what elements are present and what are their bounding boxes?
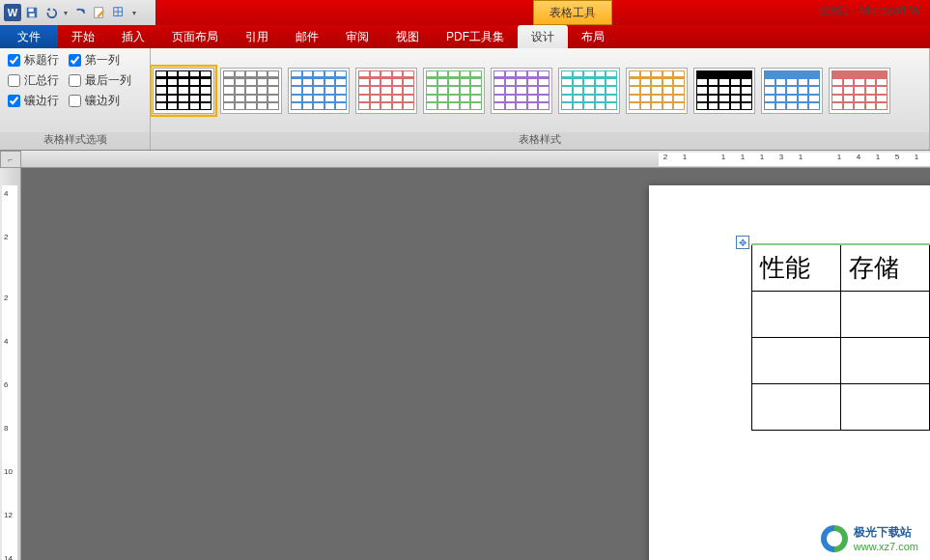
document-title: 文档1 - Microsoft W — [819, 3, 920, 19]
horizontal-ruler[interactable]: 211113114151 — [21, 151, 930, 168]
check-镶边列[interactable]: 镶边列 — [69, 93, 131, 109]
word-app-icon[interactable]: W — [4, 4, 21, 21]
table-cell[interactable] — [752, 383, 841, 430]
table-move-handle-icon[interactable] — [736, 236, 749, 249]
check-最后一列[interactable]: 最后一列 — [69, 72, 131, 89]
table-paint-icon[interactable] — [110, 4, 127, 21]
ruler-corner[interactable]: ⌐ — [0, 151, 21, 168]
table-cell[interactable] — [752, 337, 841, 383]
checkbox-label: 汇总行 — [24, 72, 59, 89]
ribbon: 标题行第一列汇总行最后一列镶边行镶边列 表格样式选项 表格样式 — [0, 48, 930, 151]
edit-icon[interactable] — [91, 4, 108, 21]
group-table-style-options: 标题行第一列汇总行最后一列镶边行镶边列 表格样式选项 — [0, 48, 151, 150]
table-row[interactable] — [752, 337, 930, 383]
group-label-table-styles: 表格样式 — [151, 132, 929, 150]
tab-视图[interactable]: 视图 — [382, 25, 433, 48]
quick-access-toolbar: W ▾ ▾ — [0, 0, 143, 25]
group-table-styles: 表格样式 — [151, 48, 930, 150]
tab-审阅[interactable]: 审阅 — [332, 25, 382, 48]
checkbox-input[interactable] — [8, 54, 20, 67]
table-row[interactable] — [752, 291, 930, 337]
watermark-logo-icon — [821, 525, 848, 552]
table-cell[interactable] — [752, 291, 841, 337]
save-icon[interactable] — [23, 4, 41, 21]
group-label-style-options: 表格样式选项 — [0, 132, 150, 150]
check-镶边行[interactable]: 镶边行 — [8, 93, 59, 109]
watermark-line2: www.xz7.com — [854, 541, 918, 552]
svg-rect-2 — [29, 14, 34, 17]
dropdown-icon[interactable]: ▾ — [62, 4, 70, 21]
table-style-thumb-9[interactable] — [761, 68, 823, 114]
title-bar: W ▾ ▾ 表格工具 文档1 - Microsoft W — [0, 0, 930, 25]
document-area[interactable]: 性能存储 极光下载站 www.xz7.com — [21, 168, 930, 560]
watermark: 极光下载站 www.xz7.com — [821, 524, 918, 552]
table-cell[interactable] — [841, 383, 930, 430]
table-cell[interactable]: 存储 — [841, 244, 930, 291]
undo-icon[interactable] — [42, 4, 60, 21]
table-style-thumb-2[interactable] — [288, 68, 350, 114]
tab-file[interactable]: 文件 — [0, 25, 58, 48]
check-标题行[interactable]: 标题行 — [8, 52, 59, 69]
table-style-thumb-7[interactable] — [626, 68, 688, 114]
table-style-thumb-1[interactable] — [220, 68, 282, 114]
qat-more-icon[interactable]: ▾ — [129, 4, 139, 21]
checkbox-label: 最后一列 — [85, 72, 131, 89]
watermark-line1: 极光下载站 — [854, 524, 918, 541]
checkbox-input[interactable] — [69, 54, 81, 67]
checkbox-label: 镶边列 — [85, 93, 120, 109]
vertical-ruler[interactable]: 422468101214161820 — [0, 168, 21, 560]
tab-开始[interactable]: 开始 — [58, 25, 108, 48]
document-table[interactable]: 性能存储 — [751, 243, 930, 431]
tab-设计[interactable]: 设计 — [518, 25, 568, 48]
redo-icon[interactable] — [71, 4, 89, 21]
table-row[interactable] — [752, 383, 930, 430]
contextual-tab-table-tools[interactable]: 表格工具 — [533, 0, 612, 25]
table-cell[interactable]: 性能 — [752, 244, 841, 291]
table-style-thumb-6[interactable] — [558, 68, 620, 114]
tab-插入[interactable]: 插入 — [108, 25, 158, 48]
ribbon-tabstrip: 文件 开始插入页面布局引用邮件审阅视图PDF工具集设计布局 — [0, 25, 930, 48]
checkbox-input[interactable] — [8, 95, 20, 107]
tab-页面布局[interactable]: 页面布局 — [158, 25, 232, 48]
checkbox-label: 标题行 — [24, 52, 59, 69]
table-style-thumb-3[interactable] — [355, 68, 417, 114]
tab-邮件[interactable]: 邮件 — [282, 25, 332, 48]
tab-布局[interactable]: 布局 — [568, 25, 618, 48]
table-style-thumb-0[interactable] — [153, 68, 214, 114]
table-cell[interactable] — [841, 291, 930, 337]
check-汇总行[interactable]: 汇总行 — [8, 72, 59, 89]
table-style-thumb-8[interactable] — [693, 68, 755, 114]
checkbox-input[interactable] — [69, 74, 81, 87]
table-style-thumb-5[interactable] — [491, 68, 552, 114]
checkbox-input[interactable] — [8, 74, 20, 87]
tab-PDF工具集[interactable]: PDF工具集 — [433, 25, 518, 48]
checkbox-label: 第一列 — [85, 52, 120, 69]
check-第一列[interactable]: 第一列 — [69, 52, 131, 69]
checkbox-input[interactable] — [69, 95, 81, 107]
tab-引用[interactable]: 引用 — [232, 25, 282, 48]
svg-rect-1 — [29, 9, 34, 13]
table-style-thumb-4[interactable] — [423, 68, 485, 114]
table-row[interactable]: 性能存储 — [752, 244, 930, 291]
table-cell[interactable] — [841, 337, 930, 383]
table-style-thumb-10[interactable] — [829, 68, 890, 114]
checkbox-label: 镶边行 — [24, 93, 59, 109]
